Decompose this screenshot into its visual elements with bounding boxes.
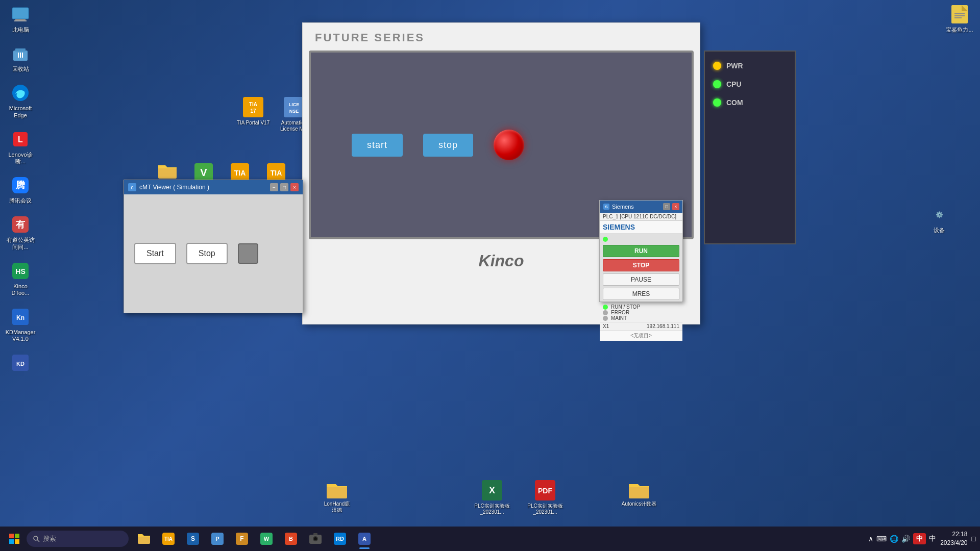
cmt-maximize[interactable]: □ [280, 183, 288, 191]
icon-lonhand[interactable]: LonHand鹿汉德 [316, 479, 357, 515]
taskbar-app-wechat[interactable]: W [255, 528, 278, 550]
icon-lenovo[interactable]: L Lenovo诊断... [0, 125, 41, 169]
svg-text:TIA: TIA [164, 536, 173, 542]
doc-icon [949, 4, 970, 24]
siemens-mres-button[interactable]: MRES [603, 288, 679, 300]
icon-settings-right[interactable]: ⚙️ 设备 [919, 201, 960, 238]
icon-recycle[interactable]: 回收站 [0, 39, 41, 77]
tray-chevron[interactable]: ∧ [868, 535, 873, 543]
tray-volume[interactable]: 🔊 [901, 535, 910, 543]
siemens-brand: SIEMENS [600, 221, 682, 234]
svg-text:NSE: NSE [289, 109, 299, 114]
taskbar-app-totalcmd[interactable]: F [231, 528, 253, 550]
svg-text:PDF: PDF [538, 487, 552, 495]
siemens-error-dot [603, 310, 608, 315]
svg-text:W: W [264, 536, 270, 542]
taskbar-right: ∧ ⌨ 🌐 🔊 中 中 22:18 2023/4/20 □ [868, 530, 976, 547]
svg-text:RD: RD [336, 536, 344, 542]
tray-network[interactable]: 🌐 [890, 535, 898, 543]
taskbar-app-browser[interactable]: B [280, 528, 302, 550]
siemens-close[interactable]: × [672, 203, 679, 210]
cpu-label: CPU [726, 80, 742, 88]
cmt-stop-button[interactable]: Stop [186, 243, 228, 264]
svg-text:17: 17 [250, 108, 256, 114]
icon-kdmanager[interactable]: KD [0, 348, 41, 379]
icon-kinco-label: KDManager V4.1.0 [4, 329, 37, 342]
siemens-runstop-dot [603, 305, 608, 310]
siemens-stop-button[interactable]: STOP [603, 259, 679, 271]
siemens-title: Siemens [612, 204, 661, 210]
start-button[interactable] [4, 529, 24, 549]
icon-tencent[interactable]: 腾 腾讯会议 [0, 171, 41, 208]
icon-plc-pdf[interactable]: PDF PLC实训实验板_202301... [525, 479, 566, 515]
tray-notifications[interactable]: □ [972, 535, 976, 543]
taskbar-app-active[interactable]: A [353, 528, 376, 550]
icon-heidisql[interactable]: HS Kinco DToo... [0, 257, 41, 300]
taskbar-app-simatic[interactable]: S [182, 528, 204, 550]
ime-indicator[interactable]: 中 [913, 533, 926, 544]
svg-point-59 [314, 537, 317, 540]
left-desktop-icons: 此电脑 回收站 Microsoft Edge [0, 0, 61, 381]
icon-plc-xls[interactable]: X PLC实训实验板_202301... [472, 479, 512, 515]
hmi-start-button[interactable]: start [352, 134, 403, 157]
taskbar-search[interactable]: 搜索 [27, 531, 129, 547]
icon-computer[interactable]: 此电脑 [0, 0, 41, 37]
cmt-viewer-window: c cMT Viewer ( Simulation ) − □ × Start … [124, 180, 303, 313]
com-dot [713, 98, 721, 107]
icon-autonics[interactable]: Autonics计数器 [619, 479, 659, 515]
hmi-status-panel: PWR CPU COM [704, 51, 796, 244]
taskbar-app-camera[interactable] [304, 528, 327, 550]
taskbar-date-display: 2023/4/20 [940, 539, 967, 547]
search-placeholder: 搜索 [43, 534, 56, 543]
tencent-icon: 腾 [10, 175, 31, 195]
cmt-window-controls: − □ × [270, 183, 299, 191]
siemens-panel: S Siemens □ × PLC_1 [CPU 1211C DC/DC/DC]… [599, 200, 683, 302]
icon-youdao[interactable]: 有 有道公英访问问... [0, 210, 41, 254]
cmt-close[interactable]: × [290, 183, 299, 191]
svg-point-42 [34, 536, 38, 540]
icon-doc-right-label: 宝鉴鱼力... [946, 27, 973, 33]
svg-rect-21 [284, 97, 304, 117]
taskbar-app-plcsim[interactable]: P [206, 528, 229, 550]
com-label: COM [726, 98, 743, 107]
icon-edge[interactable]: Microsoft Edge [0, 79, 41, 122]
hmi-stop-button[interactable]: stop [423, 134, 473, 157]
bottom-center-icons: LonHand鹿汉德 X PLC实训实验板_202301... PDF PLC实… [316, 479, 659, 515]
siemens-run-button[interactable]: RUN [603, 245, 679, 257]
icon-edge-label: Microsoft Edge [4, 105, 37, 118]
taskbar-app-tia[interactable]: TIA [157, 528, 180, 550]
taskbar-app-rdp[interactable]: RD [329, 528, 351, 550]
icon-kinco[interactable]: Kn KDManager V4.1.0 [0, 303, 41, 346]
svg-text:TIA: TIA [249, 102, 257, 107]
svg-text:TIA: TIA [234, 169, 246, 177]
svg-rect-1 [15, 19, 26, 20]
edge-icon [10, 83, 31, 103]
icon-autonics-label: Autonics计数器 [622, 501, 656, 507]
mid-top-icons: TIA 17 TIA Portal V17 LICE NSE Automatio… [235, 96, 312, 132]
siemens-footer: X1 192.168.1.111 [600, 322, 682, 330]
cmt-indicator-light [238, 243, 258, 264]
icon-computer-label: 此电脑 [12, 27, 29, 33]
siemens-restore[interactable]: □ [663, 203, 670, 210]
svg-rect-33 [954, 13, 965, 14]
taskbar-apps: TIA S P F [133, 528, 376, 550]
tray-extra1[interactable]: 中 [929, 534, 936, 543]
svg-rect-18 [243, 97, 263, 117]
siemens-maint-row: MAINT [603, 315, 679, 321]
icon-lonhand-label: LonHand鹿汉德 [324, 501, 350, 513]
icon-tia-portal[interactable]: TIA 17 TIA Portal V17 [235, 96, 272, 132]
svg-text:S: S [191, 535, 195, 542]
tray-keyboard[interactable]: ⌨ [876, 535, 887, 543]
svg-text:A: A [362, 536, 366, 542]
icon-recycle-label: 回收站 [12, 66, 29, 72]
siemens-pause-button[interactable]: PAUSE [603, 273, 679, 286]
icon-lenovo-label: Lenovo诊断... [4, 152, 37, 165]
cmt-minimize[interactable]: − [270, 183, 278, 191]
cmt-start-button[interactable]: Start [134, 243, 176, 264]
siemens-controls: RUN STOP PAUSE MRES [600, 234, 682, 303]
taskbar-app-explorer[interactable] [133, 528, 155, 550]
siemens-maint-label: MAINT [611, 315, 627, 321]
cpu-dot [713, 80, 721, 88]
svg-text:腾: 腾 [15, 180, 26, 190]
icon-doc-right[interactable]: 宝鉴鱼力... [939, 0, 980, 37]
